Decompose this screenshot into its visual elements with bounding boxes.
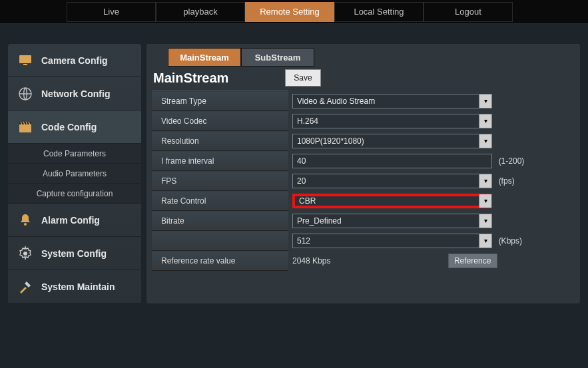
hint-iframe: (1-200)	[499, 156, 525, 166]
bell-icon	[17, 212, 33, 228]
page-title: MainStream	[152, 71, 285, 86]
gear-icon	[17, 246, 33, 262]
tab-live[interactable]: Live	[67, 2, 156, 22]
monitor-icon	[17, 53, 33, 69]
sidebar-sub-audio-parameters[interactable]: Audio Parameters	[8, 164, 141, 184]
label-bitrate: Bitrate	[152, 211, 288, 231]
sidebar: Camera Config Network Config Code Config…	[8, 44, 141, 303]
select-rate-control[interactable]: CBR	[292, 194, 492, 208]
label-iframe: I frame interval	[152, 151, 288, 171]
svg-rect-3	[19, 124, 31, 132]
sidebar-item-alarm-config[interactable]: Alarm Config	[8, 204, 141, 237]
clapper-icon	[17, 119, 33, 135]
sidebar-item-label: Alarm Config	[41, 215, 100, 226]
label-stream-type: Stream Type	[152, 91, 288, 111]
label-bitrate-value	[152, 231, 288, 251]
select-resolution[interactable]: 1080P(1920*1080)	[292, 134, 492, 148]
sidebar-item-network-config[interactable]: Network Config	[8, 77, 141, 110]
top-nav: Live playback Remote Setting Local Setti…	[0, 0, 588, 24]
svg-point-5	[23, 252, 27, 256]
tab-logout[interactable]: Logout	[424, 2, 513, 22]
select-stream-type[interactable]: Video & Audio Stream	[292, 94, 492, 108]
svg-rect-0	[19, 55, 31, 63]
sidebar-item-system-maintain[interactable]: System Maintain	[8, 270, 141, 303]
reference-value: 2048 Kbps	[292, 256, 392, 266]
select-fps[interactable]: 20	[292, 174, 492, 188]
unit-fps: (fps)	[499, 176, 515, 186]
sidebar-item-label: System Maintain	[41, 281, 115, 292]
sidebar-item-code-config[interactable]: Code Config	[8, 110, 141, 144]
sidebar-item-label: System Config	[41, 248, 107, 259]
label-fps: FPS	[152, 171, 288, 191]
tab-substream[interactable]: SubStream	[241, 48, 314, 67]
reference-button[interactable]: Reference	[448, 254, 497, 268]
sidebar-sub-capture-configuration[interactable]: Capture configuration	[8, 184, 141, 204]
sidebar-item-label: Network Config	[41, 89, 110, 99]
sidebar-item-label: Code Config	[41, 122, 97, 132]
label-reference: Reference rate value	[152, 251, 288, 271]
tab-local-setting[interactable]: Local Setting	[334, 2, 424, 22]
label-rate-control: Rate Control	[152, 191, 288, 211]
label-resolution: Resolution	[152, 131, 288, 151]
label-video-codec: Video Codec	[152, 111, 288, 131]
svg-point-4	[24, 223, 27, 226]
tab-remote-setting[interactable]: Remote Setting	[245, 2, 334, 22]
main-panel: MainStream SubStream MainStream Save Str…	[147, 44, 580, 303]
svg-rect-1	[23, 64, 27, 65]
tools-icon	[17, 279, 33, 295]
tab-mainstream[interactable]: MainStream	[168, 48, 241, 67]
sidebar-item-label: Camera Config	[41, 55, 108, 66]
sidebar-item-system-config[interactable]: System Config	[8, 237, 141, 270]
settings-table: Stream Type Video & Audio Stream Video C…	[152, 91, 575, 271]
select-bitrate-value[interactable]: 512	[292, 234, 492, 248]
select-bitrate-mode[interactable]: Pre_Defined	[292, 214, 492, 228]
sidebar-item-camera-config[interactable]: Camera Config	[8, 44, 141, 77]
input-iframe[interactable]	[292, 154, 492, 168]
save-button[interactable]: Save	[285, 69, 321, 87]
globe-icon	[17, 86, 33, 102]
tab-playback[interactable]: playback	[156, 2, 245, 22]
unit-bitrate: (Kbps)	[499, 236, 522, 246]
sidebar-sub-code-parameters[interactable]: Code Parameters	[8, 144, 141, 164]
select-video-codec[interactable]: H.264	[292, 114, 492, 128]
